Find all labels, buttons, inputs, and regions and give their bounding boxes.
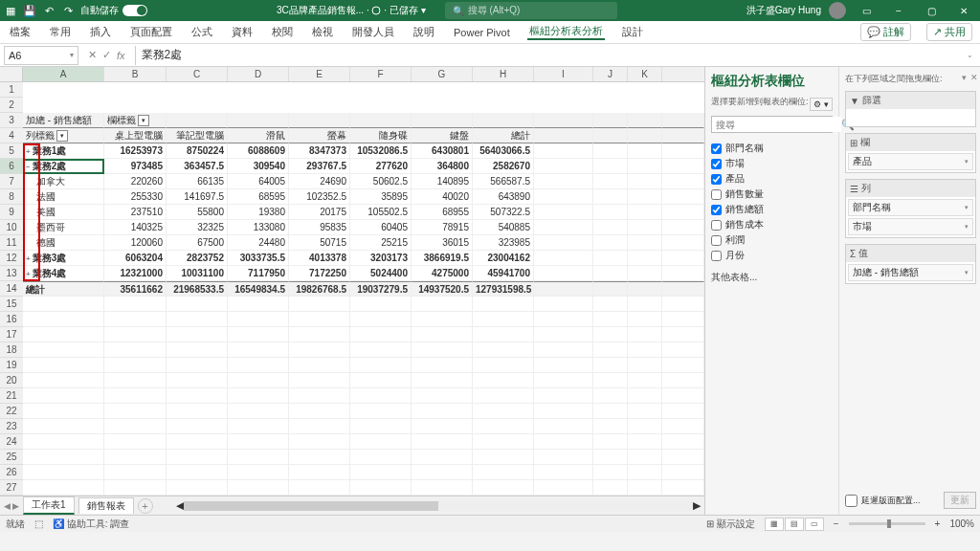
- column-header[interactable]: J: [593, 67, 628, 81]
- column-header[interactable]: G: [412, 67, 473, 81]
- app-icon[interactable]: ▦: [4, 4, 17, 17]
- pane-close-icon[interactable]: ✕: [970, 73, 978, 82]
- row-header[interactable]: 19: [0, 358, 23, 373]
- save-icon[interactable]: 💾: [23, 4, 36, 17]
- row-header[interactable]: 12: [0, 251, 23, 266]
- column-header[interactable]: H: [473, 67, 534, 81]
- field-checkbox[interactable]: [711, 251, 722, 261]
- tab-developer[interactable]: 開發人員: [350, 25, 396, 39]
- page-break-button[interactable]: ▭: [805, 518, 824, 531]
- field-checkbox[interactable]: [711, 220, 722, 231]
- sheet-nav-next[interactable]: ▶: [12, 501, 19, 511]
- normal-view-button[interactable]: ▦: [765, 518, 784, 531]
- comments-button[interactable]: 💬 註解: [860, 23, 911, 41]
- row-header[interactable]: 1: [0, 82, 23, 98]
- name-box[interactable]: A6▾: [4, 46, 78, 65]
- area-item[interactable]: 部門名稱▾: [848, 199, 973, 216]
- page-layout-button[interactable]: ▤: [785, 518, 804, 531]
- row-header[interactable]: 22: [0, 404, 23, 419]
- area-item[interactable]: 產品▾: [848, 153, 973, 170]
- tab-insert[interactable]: 插入: [88, 25, 113, 39]
- cancel-icon[interactable]: ✕: [88, 49, 97, 61]
- expand-icon[interactable]: +: [26, 254, 31, 263]
- field-item[interactable]: 利潤: [711, 232, 833, 248]
- col-dropdown[interactable]: ▾: [138, 115, 149, 126]
- share-button[interactable]: ↗ 共用: [926, 23, 972, 41]
- zoom-slider[interactable]: [849, 522, 925, 525]
- worksheet-grid[interactable]: ABCDEFGHIJK 1234567891011121314151617181…: [0, 67, 704, 515]
- row-header[interactable]: 10: [0, 220, 23, 235]
- row-header[interactable]: 26: [0, 465, 23, 480]
- row-header[interactable]: 6: [0, 159, 23, 174]
- fx-icon[interactable]: fx: [117, 50, 125, 61]
- user-name[interactable]: 洪子盛Gary Hung: [746, 4, 821, 17]
- row-header[interactable]: 25: [0, 450, 23, 465]
- display-settings-button[interactable]: ⊞ 顯示設定: [706, 518, 755, 531]
- sheet-tab[interactable]: 工作表1: [23, 496, 75, 515]
- autosave-toggle[interactable]: 自動儲存: [80, 4, 147, 17]
- search-box[interactable]: 🔍 搜尋 (Alt+Q): [445, 2, 617, 19]
- tab-powerpivot[interactable]: Power Pivot: [452, 27, 512, 38]
- field-item[interactable]: 銷售成本: [711, 217, 833, 232]
- macro-record-icon[interactable]: ⬚: [34, 518, 43, 529]
- row-header[interactable]: 2: [0, 98, 23, 113]
- minimize-icon[interactable]: −: [886, 0, 911, 21]
- expand-icon[interactable]: +: [26, 270, 31, 278]
- row-header[interactable]: 23: [0, 419, 23, 434]
- row-header[interactable]: 13: [0, 266, 23, 281]
- zoom-level[interactable]: 100%: [949, 518, 974, 529]
- column-header[interactable]: B: [104, 67, 167, 81]
- field-checkbox[interactable]: [711, 205, 722, 215]
- expand-icon[interactable]: −: [26, 163, 31, 171]
- field-checkbox[interactable]: [711, 235, 722, 246]
- tab-help[interactable]: 說明: [412, 25, 436, 39]
- redo-icon[interactable]: ↷: [61, 4, 75, 17]
- field-item[interactable]: 部門名稱: [711, 141, 833, 156]
- maximize-icon[interactable]: ▢: [919, 0, 944, 21]
- column-header[interactable]: D: [228, 67, 289, 81]
- column-header[interactable]: E: [289, 67, 350, 81]
- row-header[interactable]: 4: [0, 128, 23, 143]
- ribbon-mode-icon[interactable]: ▭: [854, 0, 879, 21]
- undo-icon[interactable]: ↶: [42, 4, 56, 17]
- zoom-in-button[interactable]: +: [935, 518, 941, 529]
- defer-layout-checkbox[interactable]: [845, 495, 858, 507]
- expand-formula-icon[interactable]: ⌄: [967, 51, 980, 59]
- row-header[interactable]: 24: [0, 434, 23, 450]
- zoom-out-button[interactable]: −: [834, 518, 839, 529]
- horizontal-scrollbar[interactable]: ◀▶: [176, 500, 701, 512]
- rows-area[interactable]: ☰ 列 部門名稱▾ 市場▾: [845, 179, 976, 238]
- column-header[interactable]: C: [167, 67, 228, 81]
- tab-layout[interactable]: 頁面配置: [128, 25, 174, 39]
- row-header[interactable]: 7: [0, 174, 23, 189]
- column-header[interactable]: I: [534, 67, 593, 81]
- column-header[interactable]: F: [350, 67, 412, 81]
- row-header[interactable]: 18: [0, 342, 23, 358]
- row-header[interactable]: 15: [0, 297, 23, 312]
- row-header[interactable]: 5: [0, 143, 23, 159]
- tab-review[interactable]: 校閱: [270, 25, 295, 39]
- other-tables-link[interactable]: 其他表格...: [711, 271, 833, 284]
- expand-icon[interactable]: +: [26, 147, 31, 156]
- avatar[interactable]: [829, 2, 846, 19]
- field-checkbox[interactable]: [711, 143, 722, 154]
- row-header[interactable]: 11: [0, 235, 23, 251]
- row-header[interactable]: 8: [0, 189, 23, 205]
- column-header[interactable]: K: [628, 67, 662, 81]
- row-dropdown[interactable]: ▾: [56, 130, 68, 142]
- gear-icon[interactable]: ⚙ ▾: [810, 98, 833, 111]
- accessibility-status[interactable]: ♿ 協助工具: 調查: [53, 518, 129, 531]
- sheet-tab[interactable]: 銷售報表: [78, 497, 134, 514]
- tab-formulas[interactable]: 公式: [189, 25, 214, 39]
- enter-icon[interactable]: ✓: [102, 49, 111, 61]
- field-item[interactable]: 銷售總額: [711, 202, 833, 217]
- area-item[interactable]: 加總 - 銷售總額▾: [848, 264, 973, 281]
- tab-design[interactable]: 設計: [620, 25, 645, 39]
- filter-area[interactable]: ▼ 篩選: [845, 91, 976, 127]
- add-sheet-button[interactable]: +: [138, 498, 153, 514]
- field-checkbox[interactable]: [711, 174, 722, 185]
- values-area[interactable]: Σ 值 加總 - 銷售總額▾: [845, 244, 976, 284]
- row-header[interactable]: 21: [0, 388, 23, 404]
- field-item[interactable]: 產品: [711, 171, 833, 187]
- row-header[interactable]: 14: [0, 281, 23, 297]
